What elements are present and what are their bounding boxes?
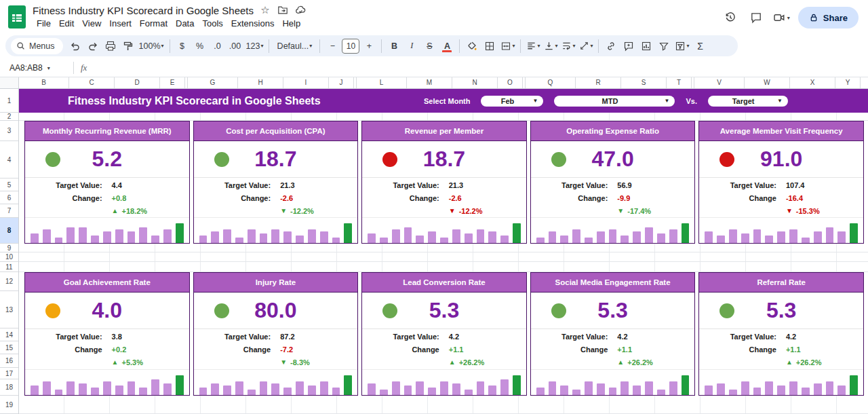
column-header-T[interactable]: T	[667, 77, 692, 88]
decrease-decimal-button[interactable]: .0	[210, 38, 226, 54]
row-header-12[interactable]: 12	[0, 272, 18, 291]
font-size-input[interactable]: 10	[342, 39, 359, 54]
column-header-G[interactable]: G	[188, 77, 238, 88]
row-header-13[interactable]: 13	[0, 291, 18, 328]
row-header-15[interactable]: 15	[0, 341, 18, 354]
column-header-C[interactable]: C	[69, 77, 115, 88]
row-header-19[interactable]: 19	[0, 396, 18, 414]
functions-button[interactable]: Σ	[692, 38, 709, 54]
insert-chart-icon[interactable]	[638, 38, 654, 54]
menu-item-edit[interactable]: Edit	[55, 18, 78, 29]
menu-item-data[interactable]: Data	[172, 18, 198, 29]
column-header-B[interactable]: B	[19, 77, 69, 88]
period-dropdown[interactable]: MTD▼	[554, 96, 675, 107]
borders-icon[interactable]	[481, 38, 498, 54]
italic-button[interactable]: I	[403, 38, 420, 54]
text-wrap-button[interactable]: ▾	[560, 38, 576, 54]
column-header-E[interactable]: E	[160, 77, 185, 88]
target-label: Target Value:	[25, 181, 102, 189]
compare-dropdown[interactable]: Target▼	[708, 96, 788, 107]
increase-font-size-button[interactable]: +	[361, 38, 377, 54]
menu-item-tools[interactable]: Tools	[198, 18, 226, 29]
name-box[interactable]: AA8:AB8 ▾	[1, 63, 66, 73]
column-header-I[interactable]: I	[283, 77, 329, 88]
sheets-logo-icon[interactable]	[8, 5, 26, 29]
column-header-R[interactable]: R	[576, 77, 621, 88]
spark-bar	[620, 381, 629, 395]
row-header-10[interactable]: 10	[0, 252, 18, 262]
decrease-font-size-button[interactable]: −	[324, 38, 340, 54]
text-color-button[interactable]: A	[439, 38, 455, 54]
month-dropdown[interactable]: Feb▼	[481, 96, 543, 107]
column-header-Y[interactable]: Y	[835, 77, 861, 88]
column-header-L[interactable]: L	[357, 77, 407, 88]
text-rotation-button[interactable]: ▾	[578, 38, 594, 54]
row-header-5[interactable]: 5	[0, 178, 18, 191]
doc-title[interactable]: Fitness Industry KPI Scorecard in Google…	[33, 5, 254, 16]
sheet-canvas[interactable]: Fitness Industry KPI Scorecard in Google…	[19, 89, 868, 414]
column-header-N[interactable]: N	[452, 77, 498, 88]
currency-format-button[interactable]: $	[174, 38, 191, 54]
comments-icon[interactable]	[747, 9, 765, 26]
merge-cells-button[interactable]: ▾	[499, 38, 516, 54]
menu-item-extensions[interactable]: Extensions	[227, 18, 279, 29]
strikethrough-button[interactable]: S	[421, 38, 437, 54]
column-header-M[interactable]: M	[407, 77, 452, 88]
column-header-D[interactable]: D	[115, 77, 160, 88]
percent-format-button[interactable]: %	[192, 38, 208, 54]
row-header-8[interactable]: 8	[0, 218, 18, 244]
row-header-14[interactable]: 14	[0, 328, 18, 341]
row-header-2[interactable]: 2	[0, 113, 18, 121]
column-header-V[interactable]: V	[694, 77, 745, 88]
row-header-3[interactable]: 3	[0, 121, 18, 141]
column-header-W[interactable]: W	[745, 77, 790, 88]
row-header-17[interactable]: 17	[0, 368, 18, 379]
zoom-dropdown[interactable]: 100%▾	[138, 38, 165, 54]
horizontal-align-button[interactable]: ▾	[525, 38, 541, 54]
row-header-18[interactable]: 18	[0, 379, 18, 396]
menu-item-help[interactable]: Help	[278, 18, 304, 29]
row-header-16[interactable]: 16	[0, 354, 18, 368]
increase-decimal-button[interactable]: .00	[227, 38, 243, 54]
meet-button[interactable]: ▾	[773, 12, 790, 24]
filter-views-button[interactable]: ▾	[673, 38, 690, 54]
move-folder-icon[interactable]	[277, 4, 289, 16]
paint-format-icon[interactable]	[120, 38, 136, 54]
column-header-H[interactable]: H	[238, 77, 283, 88]
redo-icon[interactable]	[85, 38, 101, 54]
print-icon[interactable]	[102, 38, 119, 54]
column-header-S[interactable]: S	[621, 77, 667, 88]
row-header-6[interactable]: 6	[0, 191, 18, 204]
spark-bar	[404, 385, 412, 395]
menus-search-button[interactable]: Menus	[11, 38, 63, 54]
menu-item-file[interactable]: File	[33, 18, 55, 29]
more-formats-button[interactable]: 123▾	[245, 38, 265, 54]
menu-item-view[interactable]: View	[78, 18, 105, 29]
formula-input[interactable]	[87, 59, 868, 77]
row-header-11[interactable]: 11	[0, 262, 18, 272]
font-dropdown[interactable]: Defaul...▾	[273, 38, 315, 54]
insert-link-icon[interactable]	[603, 38, 619, 54]
menu-item-insert[interactable]: Insert	[105, 18, 136, 29]
bold-button[interactable]: B	[386, 38, 402, 54]
insert-comment-icon[interactable]	[620, 38, 637, 54]
row-header-4[interactable]: 4	[0, 141, 18, 178]
menu-item-format[interactable]: Format	[136, 18, 172, 29]
column-header-X[interactable]: X	[790, 77, 835, 88]
fill-color-icon[interactable]	[464, 38, 480, 54]
star-icon[interactable]: ☆	[259, 4, 271, 16]
trend-arrow-icon: ▲	[786, 358, 793, 366]
column-header-J[interactable]: J	[329, 77, 354, 88]
row-header-1[interactable]: 1	[0, 89, 18, 113]
column-header-Q[interactable]: Q	[526, 77, 576, 88]
version-history-icon[interactable]	[722, 9, 739, 26]
column-header-O[interactable]: O	[498, 77, 523, 88]
undo-icon[interactable]	[67, 38, 83, 54]
select-all-corner[interactable]	[0, 77, 19, 88]
create-filter-icon[interactable]	[656, 38, 672, 54]
vertical-align-button[interactable]: ▾	[542, 38, 559, 54]
row-header-9[interactable]: 9	[0, 244, 18, 252]
row-header-7[interactable]: 7	[0, 204, 18, 218]
spark-bar	[260, 233, 268, 243]
share-button[interactable]: Share	[798, 7, 859, 29]
